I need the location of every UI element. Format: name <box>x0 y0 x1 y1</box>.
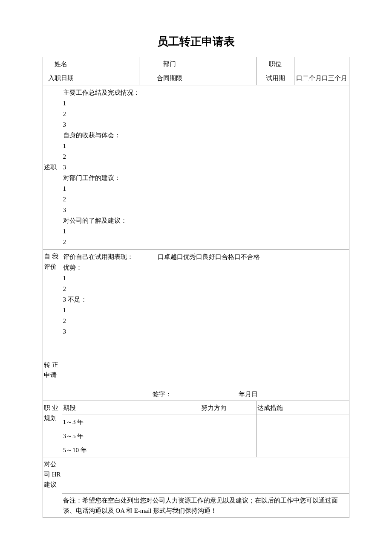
text-line: 3 <box>63 205 348 215</box>
eval-line: 评价自己在试用期表现： 口卓越口优秀口良好口合格口不合格 <box>63 252 348 262</box>
text-line: 2 <box>63 316 348 326</box>
eval-prompt: 评价自己在试用期表现： <box>63 253 133 260</box>
section-apply-content[interactable]: 签字： 年月日 <box>62 339 349 401</box>
text-line: 对公司的了解及建议： <box>63 215 348 226</box>
text-line: 2 <box>63 284 348 294</box>
section-career-label: 职 业规划 <box>43 401 62 457</box>
text-line: 2 <box>63 194 348 204</box>
text-line: 2 <box>63 109 348 119</box>
text-line: 3 <box>63 326 348 337</box>
text-line: 1 <box>63 226 348 236</box>
form-title: 员工转正申请表 <box>43 34 349 49</box>
hr-suggest-content[interactable] <box>62 457 349 494</box>
contract-label: 合同期限 <box>139 71 200 85</box>
career-col-period: 期段 <box>62 401 200 415</box>
text-line: 3 不足： <box>63 294 348 305</box>
text-line: 3 <box>63 119 348 130</box>
pos-label: 职位 <box>256 57 294 71</box>
text-line: 主要工作总结及完成情况： <box>63 87 348 98</box>
text-line: 2 <box>63 237 348 247</box>
career-period-3: 5～10 年 <box>62 443 200 457</box>
pos-value[interactable] <box>294 57 349 71</box>
entry-date-value[interactable] <box>79 71 139 85</box>
career-direction-3[interactable] <box>200 443 257 457</box>
probation-options[interactable]: 口二个月口三个月 <box>294 71 349 85</box>
text-line: 3 <box>63 162 348 172</box>
name-label: 姓名 <box>43 57 79 71</box>
sign-label: 签字： <box>153 391 172 398</box>
contract-value[interactable] <box>200 71 257 85</box>
text-line: 1 <box>63 141 348 151</box>
dept-label: 部门 <box>139 57 200 71</box>
eval-options[interactable]: 口卓越口优秀口良好口合格口不合格 <box>158 253 260 260</box>
probation-label: 试用期 <box>256 71 294 85</box>
text-line: 1 <box>63 183 348 194</box>
text-line: 1 <box>63 98 348 108</box>
name-value[interactable] <box>79 57 139 71</box>
hr-suggest-note: 备注：希望您在空白处列出您对公司人力资源工作的意见以及建议；在以后的工作中您可以… <box>62 494 349 518</box>
text-line: 1 <box>63 305 348 315</box>
section-describe-content[interactable]: 主要工作总结及完成情况： 1 2 3 自身的收获与体会： 1 2 3 对部门工作… <box>62 85 349 250</box>
section-apply-label: 转 正申请 <box>43 339 62 401</box>
section-self-eval-label: 自 我评价 <box>43 250 62 339</box>
text-line: 对部门工作的建议： <box>63 173 348 183</box>
career-period-2: 3～5 年 <box>62 429 200 443</box>
career-direction-1[interactable] <box>200 415 257 429</box>
dept-value[interactable] <box>200 57 257 71</box>
career-col-direction: 努力方向 <box>200 401 257 415</box>
text-line: 优势： <box>63 262 348 273</box>
career-measure-2[interactable] <box>256 429 349 443</box>
text-line: 2 <box>63 151 348 162</box>
text-line: 自身的收获与体会： <box>63 130 348 140</box>
date-label: 年月日 <box>239 391 258 398</box>
entry-date-label: 入职日期 <box>43 71 79 85</box>
form-table: 姓名 部门 职位 入职日期 合同期限 试用期 口二个月口三个月 述职 主要工作总… <box>43 57 349 518</box>
text-line: 1 <box>63 273 348 283</box>
sign-row: 签字： 年月日 <box>63 389 348 399</box>
section-hr-suggest-label: 对公司 HR 建议 <box>43 457 62 518</box>
section-describe-label: 述职 <box>43 85 62 250</box>
career-measure-3[interactable] <box>256 443 349 457</box>
career-measure-1[interactable] <box>256 415 349 429</box>
career-period-1: 1～3 年 <box>62 415 200 429</box>
career-direction-2[interactable] <box>200 429 257 443</box>
section-self-eval-content[interactable]: 评价自己在试用期表现： 口卓越口优秀口良好口合格口不合格 优势： 1 2 3 不… <box>62 250 349 339</box>
career-col-measure: 达成措施 <box>256 401 349 415</box>
